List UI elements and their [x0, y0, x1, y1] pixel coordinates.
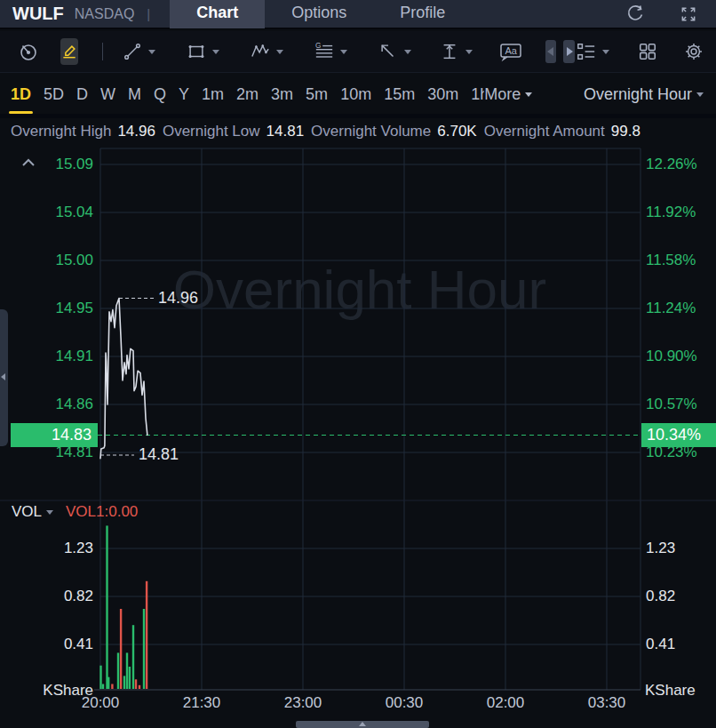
bottom-drag-handle[interactable]: [296, 721, 429, 728]
volume-bar-up: [102, 684, 104, 690]
volume-bar-down: [139, 685, 140, 689]
session-watermark: Overnight Hour: [173, 259, 546, 320]
volume-bar-down: [146, 581, 147, 689]
volume-bar-up: [129, 667, 131, 689]
chevron-down-icon[interactable]: [46, 510, 53, 515]
volume-bar-up: [99, 666, 101, 689]
volume-bar-up: [106, 525, 107, 689]
vol1-indicator-value: VOL1:0.00: [66, 503, 138, 521]
volume-bar-up: [126, 652, 128, 689]
volume-bar-up: [143, 609, 145, 689]
volume-bar-down: [111, 684, 113, 690]
vol-label[interactable]: VOL: [12, 503, 42, 521]
volume-indicator-header: VOL VOL1:0.00: [12, 503, 138, 521]
chart-area: Overnight Hour 14.96 14.81 14.83 10.34% …: [0, 0, 716, 728]
volume-bar-up: [107, 677, 109, 689]
volume-bar-up: [132, 625, 134, 689]
price-line-series: [100, 299, 147, 459]
trading-app-window: WULF NASDAQ | Chart Options Profile: [0, 0, 716, 728]
left-panel-collapse-handle[interactable]: [0, 309, 8, 446]
volume-bar-up: [117, 652, 119, 689]
price-chart-canvas[interactable]: Overnight Hour: [0, 0, 716, 728]
collapse-chevron-icon[interactable]: [21, 156, 36, 169]
volume-bar-up: [123, 676, 125, 689]
volume-bar-down: [135, 679, 137, 689]
volume-bar-down: [120, 609, 122, 689]
